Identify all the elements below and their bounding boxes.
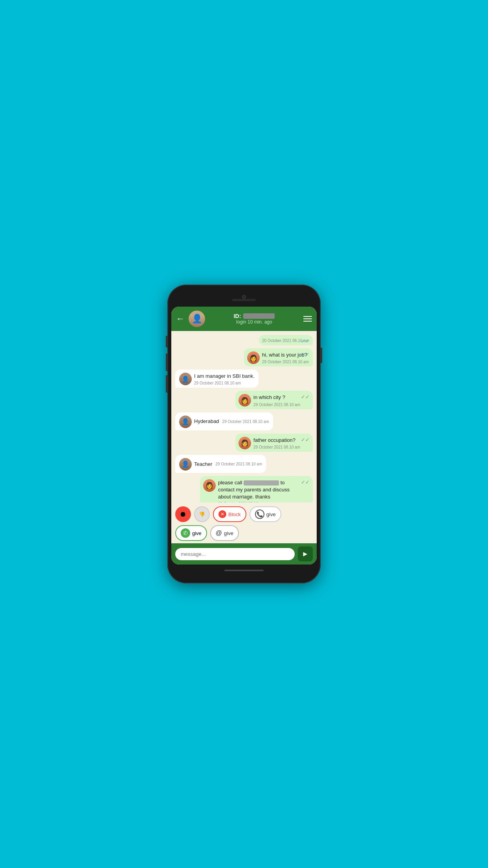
sender-avatar: 👩 (238, 437, 251, 449)
menu-button[interactable] (303, 316, 312, 322)
avatar-face: 👤 (189, 311, 205, 327)
header-id: ID: (209, 313, 299, 319)
message-input[interactable] (175, 548, 295, 560)
msg-time: 29 October 2021 08.10 am (218, 502, 300, 502)
sender-avatar: 👩 (238, 394, 251, 406)
camera (242, 295, 246, 299)
call-give-label: give (266, 511, 276, 517)
email-give-button[interactable]: @ give (210, 525, 239, 541)
msg-text: in which city ? (253, 394, 300, 401)
call-give-button[interactable]: 📞 give (250, 506, 281, 522)
avatar-female: 👩 (247, 351, 260, 364)
power-button (321, 348, 322, 363)
read-receipt-icon: ✓✓ (301, 338, 310, 344)
avatar-female: 👩 (238, 437, 251, 449)
chat-body: 20 October 2021 06.10 am ✓✓ 👩 hi, what i… (171, 331, 317, 502)
text-before: please call (218, 480, 242, 485)
chat-header: ← 👤 ID: login 10 min. ago (171, 307, 317, 331)
receiver-avatar: 👤 (179, 458, 192, 471)
dislike-icon: 👎 (199, 511, 205, 517)
email-give-label: give (224, 530, 233, 536)
msg-time: 29 October 2021 08.10 am (253, 445, 300, 449)
msg-content: father occupation? 29 October 2021 08.10… (253, 437, 300, 449)
message-partial: 20 October 2021 06.10 am ✓✓ (259, 335, 313, 345)
whatsapp-give-button[interactable]: ✆ give (175, 525, 207, 541)
msg-time: 29 October 2021 08.10 am (215, 462, 262, 466)
phone-icon: 📞 (255, 509, 264, 519)
mute-button (166, 336, 167, 348)
action-buttons-area: ⏺ 👎 ✕ Block 📞 give ✆ give (171, 502, 317, 543)
whatsapp-give-label: give (192, 530, 202, 536)
sender-avatar: 👩 (247, 351, 260, 364)
phone-screen: ← 👤 ID: login 10 min. ago 20 October (171, 307, 317, 565)
read-receipt-icon: ✓✓ (301, 351, 310, 357)
id-blur (243, 313, 275, 319)
msg-time: 29 October 2021 08.10 am (194, 381, 255, 385)
dislike-button[interactable]: 👎 (194, 506, 210, 522)
notch-area (171, 292, 317, 306)
avatar-male: 👤 (179, 373, 192, 385)
block-label: Block (228, 511, 241, 517)
hamburger-line-3 (303, 321, 312, 322)
list-item: 👤 Hyderabad 29 October 2021 08.10 am (175, 412, 273, 430)
hamburger-line-2 (303, 318, 312, 319)
msg-time: 29 October 2021 08.10 am (222, 419, 269, 424)
avatar-male: 👤 (179, 416, 192, 428)
receiver-avatar: 👤 (179, 416, 192, 428)
record-button[interactable]: ⏺ (175, 506, 191, 522)
phone-number-blur (244, 480, 279, 485)
contact-avatar: 👤 (189, 311, 205, 327)
speaker (232, 299, 256, 301)
list-item: 👩 please call to contact my parents and … (200, 476, 313, 502)
avatar-male: 👤 (179, 458, 192, 471)
hamburger-line-1 (303, 316, 312, 317)
msg-text: please call to contact my parents and di… (218, 479, 300, 501)
list-item: 👩 in which city ? 29 October 2021 08.10 … (235, 391, 313, 409)
receiver-avatar: 👤 (179, 373, 192, 385)
record-icon: ⏺ (175, 506, 191, 522)
sender-avatar: 👩 (203, 479, 216, 492)
msg-content: Hyderabad 29 October 2021 08.10 am (194, 418, 269, 425)
msg-content: I am manager in SBI bank. 29 October 202… (194, 373, 255, 385)
back-button[interactable]: ← (176, 314, 185, 324)
read-receipt-icon: ✓✓ (301, 437, 310, 443)
volume-up-button (166, 353, 167, 371)
list-item: 👩 hi, what is your job? 29 October 2021 … (244, 348, 313, 366)
whatsapp-icon: ✆ (181, 528, 190, 538)
read-receipt-icon: ✓✓ (301, 479, 310, 485)
list-item: 👩 father occupation? 29 October 2021 08.… (235, 434, 313, 452)
msg-text: Hyderabad (194, 418, 219, 425)
msg-time: 29 October 2021 08.10 am (253, 403, 300, 407)
x-icon: ✕ (218, 510, 226, 518)
msg-time: 29 October 2021 08.10 am (262, 360, 309, 364)
avatar-female: 👩 (203, 479, 216, 492)
volume-down-button (166, 375, 167, 393)
avatar-female: 👩 (238, 394, 251, 406)
list-item: 👤 Teacher 29 October 2021 08.10 am (175, 455, 266, 473)
read-receipt-icon: ✓✓ (301, 394, 310, 400)
header-status: login 10 min. ago (209, 319, 299, 325)
msg-content: please call to contact my parents and di… (218, 479, 300, 502)
phone-frame: ← 👤 ID: login 10 min. ago 20 October (167, 285, 321, 583)
block-button[interactable]: ✕ Block (213, 506, 246, 522)
phone-bottom (224, 565, 264, 576)
header-info: ID: login 10 min. ago (209, 313, 299, 325)
id-label: ID: (234, 313, 241, 319)
msg-text: Teacher (194, 461, 212, 468)
msg-text: father occupation? (253, 437, 300, 444)
list-item: 👤 I am manager in SBI bank. 29 October 2… (175, 370, 259, 388)
msg-content: Teacher 29 October 2021 08.10 am (194, 461, 262, 468)
home-indicator (224, 570, 264, 571)
chat-input-bar: ► (171, 543, 317, 565)
msg-content: in which city ? 29 October 2021 08.10 am (253, 394, 300, 406)
send-icon: ► (302, 550, 309, 558)
email-icon: @ (216, 530, 222, 537)
msg-text: I am manager in SBI bank. (194, 373, 255, 380)
send-button[interactable]: ► (298, 546, 313, 561)
